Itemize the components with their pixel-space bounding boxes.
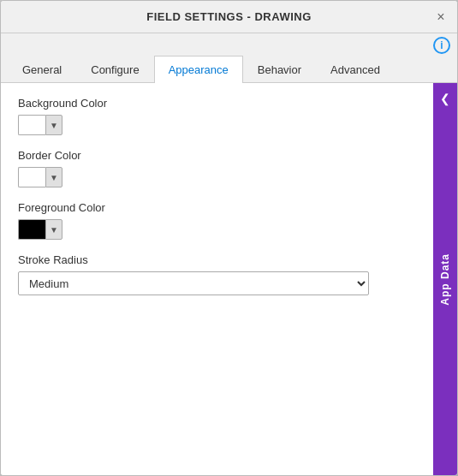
border-color-swatch[interactable] xyxy=(18,167,45,187)
foreground-color-label: Foreground Color xyxy=(18,201,416,214)
tab-configure[interactable]: Configure xyxy=(76,56,153,83)
border-color-label: Border Color xyxy=(18,149,416,162)
border-color-picker: ▼ xyxy=(18,167,416,187)
tab-bar: General Configure Appearance Behavior Ad… xyxy=(1,56,457,83)
info-row: i xyxy=(1,33,457,56)
field-settings-dialog: FIELD SETTINGS - DRAWING × i General Con… xyxy=(0,0,458,476)
app-data-panel[interactable]: ❮ App Data xyxy=(433,83,457,475)
title-bar: FIELD SETTINGS - DRAWING × xyxy=(1,1,457,33)
close-button[interactable]: × xyxy=(433,9,449,25)
appearance-content: Background Color ▼ Border Color ▼ Foregr… xyxy=(1,83,433,475)
background-color-label: Background Color xyxy=(18,97,416,110)
app-data-label: App Data xyxy=(439,253,451,306)
background-color-dropdown-button[interactable]: ▼ xyxy=(45,115,62,135)
background-color-picker: ▼ xyxy=(18,115,416,135)
tab-general[interactable]: General xyxy=(8,56,76,83)
main-area: Background Color ▼ Border Color ▼ Foregr… xyxy=(1,83,457,475)
tab-advanced[interactable]: Advanced xyxy=(316,56,395,83)
stroke-radius-group: Stroke Radius Fine Small Medium Large Ex… xyxy=(18,253,416,295)
stroke-radius-label: Stroke Radius xyxy=(18,253,416,266)
foreground-color-picker: ▼ xyxy=(18,219,416,240)
info-icon[interactable]: i xyxy=(433,37,450,54)
chevron-icon: ❮ xyxy=(440,92,450,105)
tab-behavior[interactable]: Behavior xyxy=(243,56,316,83)
border-color-group: Border Color ▼ xyxy=(18,149,416,187)
stroke-radius-select[interactable]: Fine Small Medium Large Extra Large xyxy=(18,271,369,295)
background-color-swatch[interactable] xyxy=(18,115,45,135)
tab-appearance[interactable]: Appearance xyxy=(154,56,243,83)
background-color-group: Background Color ▼ xyxy=(18,97,416,135)
foreground-color-group: Foreground Color ▼ xyxy=(18,201,416,240)
border-color-dropdown-button[interactable]: ▼ xyxy=(45,167,62,187)
dialog-title: FIELD SETTINGS - DRAWING xyxy=(146,10,312,23)
foreground-color-swatch[interactable] xyxy=(18,219,45,240)
foreground-color-dropdown-button[interactable]: ▼ xyxy=(45,219,62,240)
